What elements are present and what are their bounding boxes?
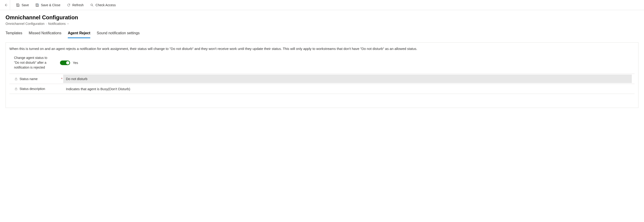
check-access-button[interactable]: Check Access bbox=[87, 2, 119, 8]
toggle-value: Yes bbox=[73, 61, 78, 65]
breadcrumb-view[interactable]: Notifications bbox=[48, 22, 70, 26]
back-button[interactable] bbox=[2, 0, 10, 10]
refresh-icon bbox=[67, 3, 70, 7]
refresh-label: Refresh bbox=[72, 3, 84, 7]
form-header: Omnichannel Configuration Omnichannel Co… bbox=[0, 10, 644, 26]
status-name-label: Status name bbox=[20, 77, 38, 81]
field-status-name: Status name * Do not disturb bbox=[10, 74, 634, 84]
section-panel: When this is turned on and an agent reje… bbox=[6, 42, 638, 108]
tab-templates[interactable]: Templates bbox=[6, 31, 22, 38]
toggle-label: Change agent status to "Do not disturb" … bbox=[14, 56, 51, 70]
status-name-value: Do not disturb bbox=[63, 75, 632, 83]
command-bar: Save Save & Close Refresh Check Access bbox=[0, 0, 644, 10]
breadcrumb-separator: · bbox=[46, 22, 47, 26]
status-description-label: Status description bbox=[20, 87, 45, 91]
save-close-button[interactable]: Save & Close bbox=[32, 2, 64, 8]
lock-icon bbox=[14, 87, 18, 90]
svg-rect-1 bbox=[15, 79, 17, 80]
lock-icon bbox=[14, 77, 18, 81]
tabs: Templates Missed Notifications Agent Rej… bbox=[0, 26, 644, 38]
save-icon bbox=[16, 3, 20, 7]
tab-agent-reject[interactable]: Agent Reject bbox=[68, 31, 90, 38]
tab-missed-notifications[interactable]: Missed Notifications bbox=[29, 31, 61, 38]
breadcrumb: Omnichannel Configuration · Notification… bbox=[6, 22, 638, 26]
arrow-left-icon bbox=[4, 3, 8, 7]
save-label: Save bbox=[22, 3, 29, 7]
required-indicator: * bbox=[60, 77, 63, 81]
toggle-switch[interactable] bbox=[60, 61, 70, 65]
check-access-label: Check Access bbox=[96, 3, 116, 7]
field-status-description: Status description Indicates that agent … bbox=[10, 84, 634, 94]
breadcrumb-entity: Omnichannel Configuration bbox=[6, 22, 44, 26]
svg-point-0 bbox=[91, 4, 92, 6]
page-title: Omnichannel Configuration bbox=[6, 14, 638, 21]
section-description: When this is turned on and an agent reje… bbox=[10, 46, 634, 52]
toggle-row: Change agent status to "Do not disturb" … bbox=[10, 56, 634, 74]
save-close-icon bbox=[36, 3, 39, 7]
status-description-value: Indicates that agent is Busy(Don't Distu… bbox=[63, 85, 632, 93]
save-close-label: Save & Close bbox=[41, 3, 60, 7]
svg-rect-2 bbox=[15, 89, 17, 90]
save-button[interactable]: Save bbox=[13, 2, 32, 8]
check-access-icon bbox=[90, 3, 94, 7]
tab-sound-notification-settings[interactable]: Sound notification settings bbox=[97, 31, 140, 38]
chevron-down-icon bbox=[67, 22, 70, 25]
refresh-button[interactable]: Refresh bbox=[64, 2, 87, 8]
